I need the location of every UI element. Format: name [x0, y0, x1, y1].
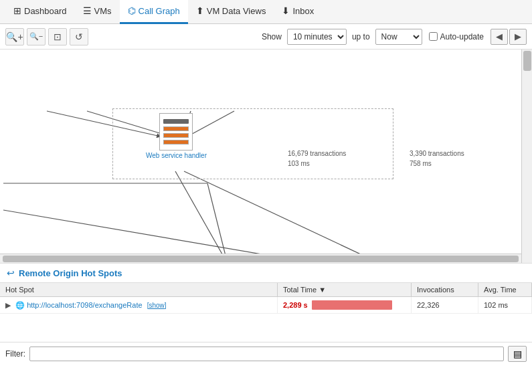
col-invocations: Invocations [412, 283, 478, 297]
totaltime-cell: 2,289 s [278, 297, 412, 314]
toolbar: 🔍+ 🔍− ⊡ ↺ Show 10 minutes up to Now Auto… [0, 24, 532, 50]
nav-dashboard[interactable]: ⊞ Dashboard [5, 0, 75, 24]
reset-button[interactable]: ↺ [70, 28, 88, 45]
nav-vms[interactable]: ☰ VMs [75, 0, 120, 24]
fit-icon: ⊡ [54, 31, 62, 42]
callgraph-icon: ⌬ [128, 5, 136, 16]
sort-icon: ▼ [319, 286, 326, 294]
svg-line-5 [184, 171, 395, 263]
filter-icon: ▤ [513, 349, 522, 359]
upto-label: up to [352, 32, 370, 41]
show-label: Show [262, 32, 282, 41]
nav-inbox[interactable]: ⬇ Inbox [274, 0, 322, 24]
nav-dashboard-label: Dashboard [24, 6, 67, 16]
next-icon: ▶ [515, 31, 521, 41]
tx2-line2: 758 ms [410, 159, 464, 169]
expand-button[interactable]: ▶ [5, 301, 11, 309]
scrollbar-v-thumb [523, 51, 531, 71]
tx1-line1: 16,679 transactions [288, 149, 346, 159]
nav-arrows: ◀ ▶ [491, 29, 527, 45]
filter-row: Filter: ▤ [0, 342, 532, 365]
table-header-row: Hot Spot Total Time ▼ Invocations Avg. T… [0, 283, 532, 297]
tx-info-1: 16,679 transactions 103 ms [288, 149, 346, 169]
filter-input[interactable] [29, 347, 504, 361]
server-icon [163, 119, 189, 144]
tx1-line2: 103 ms [288, 159, 346, 169]
vmdataviews-icon: ⬆ [196, 5, 204, 16]
filter-label: Filter: [5, 349, 25, 359]
nav-inbox-label: Inbox [292, 6, 314, 16]
time-bar [312, 300, 392, 310]
nav-callgraph-label: Call Graph [139, 6, 180, 16]
nav-vms-label: VMs [94, 6, 112, 16]
table-container: Hot Spot Total Time ▼ Invocations Avg. T… [0, 283, 532, 342]
autoupdate-label: Auto-update [429, 32, 484, 41]
nav-callgraph[interactable]: ⌬ Call Graph [120, 0, 188, 24]
svg-line-4 [175, 171, 228, 263]
graph-canvas: Web service handler 16,679 transactions … [0, 50, 521, 263]
svg-line-8 [207, 183, 228, 263]
prev-button[interactable]: ◀ [491, 29, 508, 45]
scrollbar-h-thumb [3, 256, 519, 262]
dashboard-icon: ⊞ [13, 5, 21, 16]
hotspot-table: Hot Spot Total Time ▼ Invocations Avg. T… [0, 283, 532, 314]
col-hotspot: Hot Spot [0, 283, 278, 297]
zoom-out-icon: 🔍− [29, 32, 43, 41]
time-value: 2,289 s [283, 301, 308, 309]
bottom-panel: ↩ Remote Origin Hot Spots Hot Spot Total… [0, 264, 532, 365]
inbox-icon: ⬇ [282, 5, 290, 16]
prev-icon: ◀ [496, 31, 503, 41]
time-bar-cell: 2,289 s [283, 300, 406, 310]
show-link[interactable]: [show] [147, 302, 167, 309]
avgtime-cell: 102 ms [478, 297, 532, 314]
web-service-node[interactable]: Web service handler [146, 113, 207, 159]
top-nav: ⊞ Dashboard ☰ VMs ⌬ Call Graph ⬆ VM Data… [0, 0, 532, 24]
col-avgtime: Avg. Time [478, 283, 532, 297]
vertical-scrollbar[interactable] [521, 50, 532, 263]
nav-vmdataviews-label: VM Data Views [207, 6, 266, 16]
tx2-line1: 3,390 transactions [410, 149, 464, 159]
table-row: ▶ 🌐 http://localhost:7098/exchangeRate [… [0, 297, 532, 314]
panel-header: ↩ Remote Origin Hot Spots [0, 264, 532, 283]
fit-button[interactable]: ⊡ [48, 28, 67, 45]
invocations-cell: 22,326 [412, 297, 478, 314]
vms-icon: ☰ [83, 5, 92, 16]
panel-title: Remote Origin Hot Spots [19, 268, 122, 278]
horizontal-scrollbar[interactable] [0, 254, 521, 263]
panel-icon: ↩ [7, 268, 15, 278]
web-service-label: Web service handler [146, 152, 207, 159]
autoupdate-checkbox[interactable] [429, 32, 438, 41]
tx-info-2: 3,390 transactions 758 ms [410, 149, 464, 169]
col-totaltime[interactable]: Total Time ▼ [278, 283, 412, 297]
network-icon: 🌐 [15, 301, 25, 309]
nav-vmdataviews[interactable]: ⬆ VM Data Views [188, 0, 274, 24]
filter-button[interactable]: ▤ [508, 346, 527, 362]
now-select[interactable]: Now [375, 29, 422, 45]
next-button[interactable]: ▶ [509, 29, 527, 45]
zoom-in-icon: 🔍+ [6, 31, 23, 42]
hotspot-cell: ▶ 🌐 http://localhost:7098/exchangeRate [… [0, 297, 278, 314]
time-select[interactable]: 10 minutes [287, 29, 347, 45]
graph-area: Web service handler 16,679 transactions … [0, 50, 532, 264]
zoom-in-button[interactable]: 🔍+ [5, 28, 24, 45]
zoom-out-button[interactable]: 🔍− [27, 28, 46, 45]
reset-icon: ↺ [75, 31, 83, 42]
hotspot-link[interactable]: http://localhost:7098/exchangeRate [27, 301, 142, 309]
